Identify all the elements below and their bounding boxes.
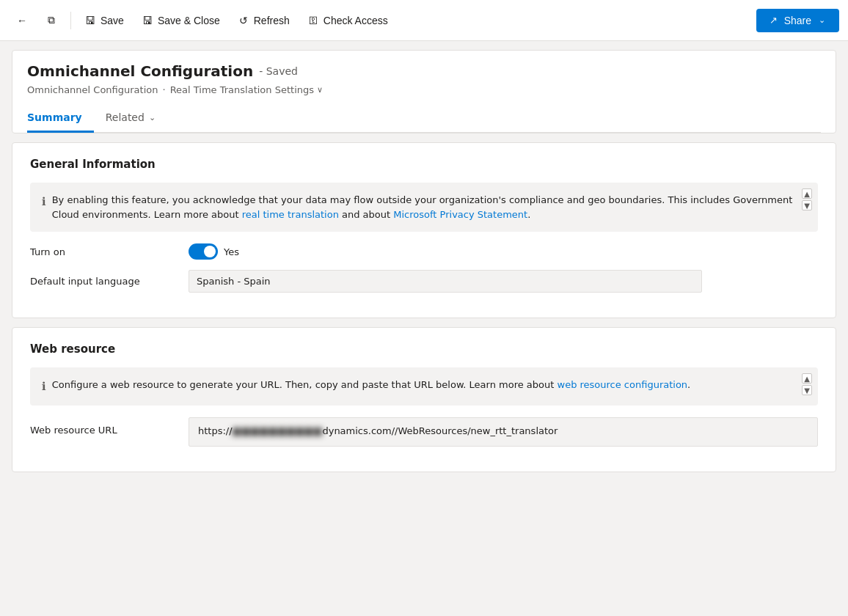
- breadcrumb-current-text: Real Time Translation Settings: [170, 84, 314, 95]
- breadcrumb-parent[interactable]: Omnichannel Configuration: [27, 84, 158, 95]
- scroll-down-arrow[interactable]: ▼: [802, 200, 812, 210]
- web-resource-config-link[interactable]: web resource configuration: [558, 379, 688, 390]
- check-access-icon: ⚿: [307, 15, 319, 26]
- turn-on-toggle[interactable]: [189, 243, 218, 260]
- web-resource-url-row: Web resource URL https://■■■■■■■■■■dynam…: [30, 417, 818, 447]
- web-resource-section: Web resource ℹ Configure a web resource …: [12, 327, 836, 472]
- web-resource-title: Web resource: [30, 342, 818, 356]
- microsoft-privacy-link[interactable]: Microsoft Privacy Statement: [393, 209, 527, 220]
- save-button[interactable]: 🖫 Save: [77, 10, 131, 31]
- general-info-box: ℹ By enabling this feature, you acknowle…: [30, 183, 818, 232]
- web-resource-scroll-arrows: ▲ ▼: [802, 373, 812, 395]
- check-access-button[interactable]: ⚿ Check Access: [300, 10, 395, 31]
- default-language-label: Default input language: [30, 276, 177, 287]
- tab-related-label: Related: [106, 111, 145, 123]
- breadcrumb-separator: ·: [162, 84, 165, 95]
- info-scroll-arrows: ▲ ▼: [802, 188, 812, 210]
- share-label: Share: [784, 15, 811, 26]
- url-prefix: https://: [198, 425, 233, 436]
- tab-related-chevron-icon: ⌄: [149, 113, 156, 122]
- back-button[interactable]: ←: [9, 10, 35, 31]
- toggle-knob: [204, 246, 216, 257]
- check-access-label: Check Access: [324, 15, 388, 26]
- web-resource-info-part1: Configure a web resource to generate you…: [52, 379, 558, 390]
- url-blurred-part: ■■■■■■■■■■: [233, 425, 323, 436]
- toggle-text: Yes: [224, 246, 239, 257]
- default-language-row: Default input language Spanish - Spain: [30, 270, 818, 293]
- breadcrumb: Omnichannel Configuration · Real Time Tr…: [27, 84, 821, 95]
- web-resource-scroll-down[interactable]: ▼: [802, 385, 812, 395]
- scroll-up-arrow[interactable]: ▲: [802, 188, 812, 199]
- real-time-translation-link[interactable]: real time translation: [242, 209, 339, 220]
- save-icon: 🖫: [84, 15, 96, 26]
- saved-label: - Saved: [259, 65, 298, 77]
- main-content: Omnichannel Configuration - Saved Omnich…: [0, 41, 848, 481]
- general-information-section: General Information ℹ By enabling this f…: [12, 142, 836, 318]
- web-resource-info-icon: ℹ: [42, 378, 46, 395]
- general-information-title: General Information: [30, 158, 818, 171]
- back-icon: ←: [16, 15, 28, 26]
- share-icon: ↗: [768, 15, 780, 26]
- info-text-part3: .: [527, 209, 530, 220]
- web-resource-info-text: Configure a web resource to generate you…: [52, 378, 806, 392]
- tab-related[interactable]: Related ⌄: [94, 106, 167, 133]
- default-language-field[interactable]: Spanish - Spain: [189, 270, 702, 293]
- web-resource-info-box: ℹ Configure a web resource to generate y…: [30, 367, 818, 406]
- popup-button[interactable]: ⧉: [38, 10, 65, 31]
- save-label: Save: [100, 15, 124, 26]
- breadcrumb-chevron-icon: ∨: [317, 85, 323, 95]
- toggle-wrapper: Yes: [189, 243, 818, 260]
- web-resource-scroll-up[interactable]: ▲: [802, 373, 812, 384]
- share-button[interactable]: ↗ Share ⌄: [756, 9, 839, 32]
- default-language-value: Spanish - Spain: [189, 270, 818, 293]
- info-box-text: By enabling this feature, you acknowledg…: [52, 193, 806, 221]
- toolbar-divider: [70, 12, 71, 29]
- refresh-button[interactable]: ↺ Refresh: [230, 10, 297, 31]
- share-chevron-icon: ⌄: [816, 15, 827, 26]
- turn-on-row: Turn on Yes: [30, 243, 818, 260]
- web-resource-url-field[interactable]: https://■■■■■■■■■■dynamics.com//WebResou…: [189, 417, 818, 447]
- popup-icon: ⧉: [45, 15, 57, 26]
- save-close-icon: 🖫: [142, 15, 153, 26]
- refresh-label: Refresh: [254, 15, 290, 26]
- tabs: Summary Related ⌄: [27, 106, 821, 133]
- toolbar: ← ⧉ 🖫 Save 🖫 Save & Close ↺ Refresh ⚿ Ch…: [0, 0, 848, 41]
- breadcrumb-current[interactable]: Real Time Translation Settings ∨: [170, 84, 323, 95]
- tab-summary[interactable]: Summary: [27, 106, 94, 133]
- web-resource-url-value: https://■■■■■■■■■■dynamics.com//WebResou…: [189, 417, 818, 447]
- web-resource-info-part2: .: [687, 379, 690, 390]
- info-text-part2: and about: [339, 209, 393, 220]
- turn-on-label: Turn on: [30, 246, 177, 257]
- page-title-text: Omnichannel Configuration: [27, 62, 253, 80]
- info-icon: ℹ: [42, 194, 46, 210]
- tab-summary-label: Summary: [27, 111, 82, 123]
- web-resource-url-label: Web resource URL: [30, 417, 177, 436]
- url-suffix: dynamics.com//WebResources/new_rtt_trans…: [322, 425, 558, 436]
- page-header-card: Omnichannel Configuration - Saved Omnich…: [12, 50, 836, 133]
- refresh-icon: ↺: [238, 15, 249, 26]
- save-close-label: Save & Close: [158, 15, 220, 26]
- save-close-button[interactable]: 🖫 Save & Close: [134, 10, 227, 31]
- page-title: Omnichannel Configuration - Saved: [27, 62, 821, 80]
